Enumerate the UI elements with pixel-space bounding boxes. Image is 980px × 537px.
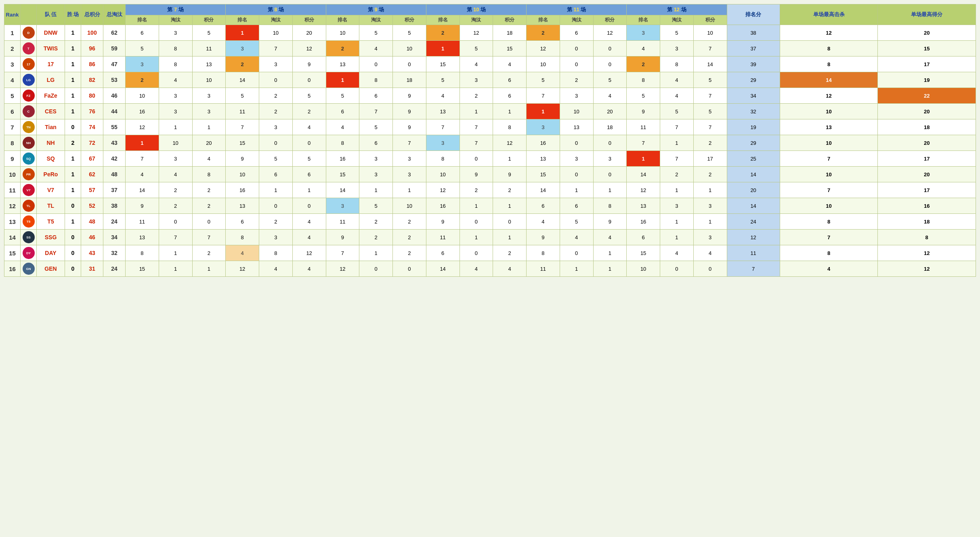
round-score: 1 <box>593 261 627 277</box>
round-score: 11 <box>192 41 226 56</box>
round-rank: 13 <box>126 230 159 245</box>
total-elim-cell: 37 <box>103 182 126 198</box>
best-kill-cell: 10 <box>780 135 878 151</box>
round-score: 6 <box>493 88 527 104</box>
round-rank: 2 <box>627 56 660 72</box>
round-score: 2 <box>393 214 426 230</box>
round-elim: 10 <box>560 104 593 119</box>
total-score-cell: 52 <box>81 198 103 214</box>
round-score: 12 <box>292 41 326 56</box>
round-elim: 0 <box>560 167 593 182</box>
final-rank-cell: 25 <box>727 151 780 167</box>
round-elim: 4 <box>259 261 293 277</box>
round-elim: 10 <box>259 25 293 41</box>
best-score-cell: 17 <box>878 182 976 198</box>
round-elim: 3 <box>259 119 293 135</box>
round12-header: 第 12 场 <box>627 4 727 15</box>
best-kill-cell: 12 <box>780 88 878 104</box>
round-score: 1 <box>493 230 527 245</box>
round-rank: 5 <box>527 72 560 88</box>
total-score-header: 总积分 <box>81 4 103 25</box>
team-name-cell: Tian <box>37 119 65 135</box>
round-elim: 3 <box>560 151 593 167</box>
round-rank: 5 <box>126 41 159 56</box>
round-score: 9 <box>393 104 426 119</box>
round-rank: 6 <box>126 25 159 41</box>
round-score: 4 <box>693 245 727 261</box>
table-row: 14 SS SSG 0 46 34 13 7 7 8 3 4 9 2 2 11 … <box>4 230 976 245</box>
round-score: 1 <box>192 119 226 135</box>
round-rank: 4 <box>326 119 359 135</box>
round-score: 9 <box>593 214 627 230</box>
final-rank-cell: 14 <box>727 167 780 182</box>
round-rank: 12 <box>226 261 259 277</box>
round-elim: 4 <box>460 56 493 72</box>
round-rank: 13 <box>426 104 460 119</box>
round-rank: 7 <box>226 119 259 135</box>
round-rank: 16 <box>426 198 460 214</box>
round-rank: 3 <box>627 25 660 41</box>
round-elim: 7 <box>460 135 493 151</box>
round-score: 5 <box>693 104 727 119</box>
round-elim: 5 <box>460 41 493 56</box>
team-name: LG <box>47 77 55 83</box>
round-score: 9 <box>393 88 426 104</box>
round-rank: 9 <box>527 230 560 245</box>
r10-rank-subheader: 排名 <box>426 15 460 25</box>
round-elim: 8 <box>359 72 393 88</box>
team-logo-cell: C <box>21 104 37 119</box>
final-rank-cell: 7 <box>727 261 780 277</box>
total-elim-cell: 53 <box>103 72 126 88</box>
total-elim-cell: 32 <box>103 245 126 261</box>
round-score: 5 <box>593 72 627 88</box>
team-name-cell: SQ <box>37 151 65 167</box>
rank-cell: 8 <box>4 135 21 151</box>
round-elim: 1 <box>159 245 192 261</box>
round-elim: 1 <box>660 230 694 245</box>
round-score: 1 <box>493 151 527 167</box>
round-elim: 5 <box>660 104 694 119</box>
round-elim: 0 <box>159 214 192 230</box>
round-score: 0 <box>192 214 226 230</box>
round-score: 4 <box>292 119 326 135</box>
rank-cell: 11 <box>4 182 21 198</box>
round-score: 14 <box>693 56 727 72</box>
wins-cell: 0 <box>65 198 81 214</box>
round-score: 4 <box>292 230 326 245</box>
final-rank-cell: 11 <box>727 245 780 261</box>
wins-cell: 1 <box>65 167 81 182</box>
best-score-cell: 17 <box>878 56 976 72</box>
round-score: 2 <box>192 198 226 214</box>
team-name: CES <box>45 108 57 115</box>
round-rank: 11 <box>627 119 660 135</box>
round-elim: 1 <box>460 198 493 214</box>
round-elim: 0 <box>460 151 493 167</box>
round-score: 5 <box>192 25 226 41</box>
round-elim: 2 <box>259 88 293 104</box>
round-score: 4 <box>292 261 326 277</box>
round8-header: 第 8 场 <box>226 4 326 15</box>
team-logo: SQ <box>23 153 35 165</box>
round-rank: 12 <box>527 41 560 56</box>
rank-cell: 3 <box>4 56 21 72</box>
best-kill-cell: 13 <box>780 119 878 135</box>
round-score: 0 <box>593 167 627 182</box>
r8-score-subheader: 积分 <box>292 15 326 25</box>
round-elim: 1 <box>660 214 694 230</box>
team-name-cell: LG <box>37 72 65 88</box>
round-score: 2 <box>292 104 326 119</box>
wins-cell: 1 <box>65 182 81 198</box>
team-logo: SS <box>23 231 35 243</box>
round-score: 3 <box>693 198 727 214</box>
round-rank: 13 <box>527 151 560 167</box>
team-logo: GN <box>23 263 35 275</box>
round-elim: 10 <box>159 135 192 151</box>
round-score: 7 <box>693 41 727 56</box>
round-rank: 2 <box>326 41 359 56</box>
r11-elim-subheader: 淘汰 <box>560 15 593 25</box>
round-score: 4 <box>493 56 527 72</box>
round-rank: 12 <box>126 119 159 135</box>
round-score: 3 <box>192 104 226 119</box>
team-name: 17 <box>48 61 54 67</box>
rank-cell: 6 <box>4 104 21 119</box>
